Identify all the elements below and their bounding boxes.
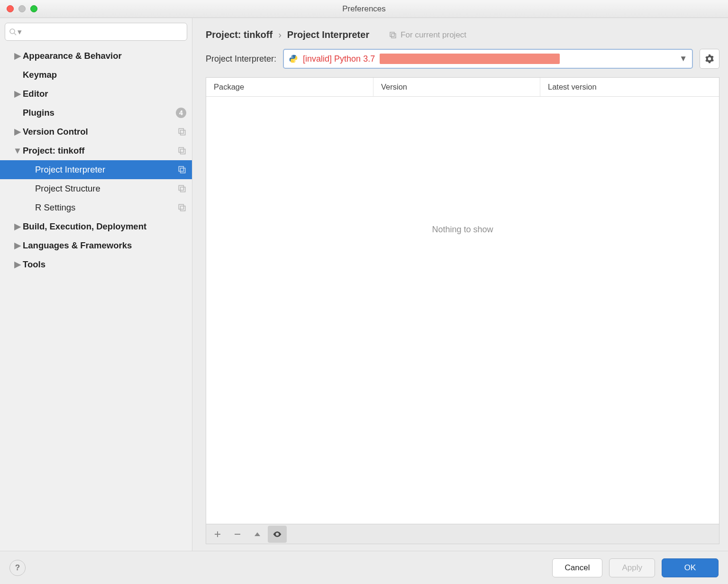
apply-button: Apply — [609, 558, 655, 577]
packages-table: Package Version Latest version Nothing t… — [206, 77, 719, 544]
sidebar-item-appearance-behavior[interactable]: ▶Appearance & Behavior — [0, 46, 192, 65]
plus-icon — [214, 530, 221, 538]
add-package-button[interactable] — [208, 526, 227, 543]
window-title: Preferences — [0, 4, 728, 14]
cancel-button[interactable]: Cancel — [552, 558, 603, 577]
sidebar-item-plugins[interactable]: Plugins 4 — [0, 103, 192, 122]
sidebar-item-project-tinkoff[interactable]: ▼Project: tinkoff — [0, 141, 192, 160]
minus-icon — [234, 530, 241, 538]
chevron-right-icon: › — [278, 29, 282, 40]
interpreter-settings-button[interactable] — [700, 49, 719, 69]
sidebar-item-tools[interactable]: ▶Tools — [0, 255, 192, 274]
svg-rect-4 — [179, 147, 183, 152]
sidebar-item-r-settings[interactable]: R Settings — [0, 198, 192, 217]
interpreter-path-redacted — [380, 54, 560, 64]
scope-icon — [178, 184, 186, 193]
search-icon — [9, 28, 17, 36]
eye-icon — [273, 529, 282, 539]
ok-button[interactable]: OK — [662, 558, 719, 577]
scope-icon — [178, 203, 186, 212]
svg-point-0 — [10, 29, 15, 34]
search-input[interactable]: ▾ — [5, 23, 187, 41]
svg-rect-11 — [181, 206, 185, 211]
svg-rect-9 — [181, 187, 185, 192]
col-version[interactable]: Version — [373, 78, 540, 96]
gear-icon — [705, 54, 714, 64]
show-early-releases-button[interactable] — [268, 526, 287, 543]
col-latest[interactable]: Latest version — [540, 78, 719, 96]
sidebar-item-project-structure[interactable]: Project Structure — [0, 179, 192, 198]
triangle-up-icon — [254, 531, 261, 538]
sidebar-item-build-execution-deployment[interactable]: ▶Build, Execution, Deployment — [0, 217, 192, 236]
upgrade-package-button[interactable] — [248, 526, 267, 543]
sidebar: ▾ ▶Appearance & Behavior Keymap ▶Editor … — [0, 18, 192, 551]
interpreter-value: [invalid] Python 3.7 — [303, 54, 375, 64]
breadcrumb-leaf: Project Interpreter — [287, 29, 369, 40]
sidebar-item-project-interpreter[interactable]: Project Interpreter — [0, 160, 192, 179]
table-body-empty: Nothing to show — [206, 97, 719, 524]
remove-package-button[interactable] — [228, 526, 247, 543]
titlebar: Preferences — [0, 0, 728, 18]
col-package[interactable]: Package — [206, 78, 373, 96]
python-icon — [289, 54, 298, 64]
scope-icon — [178, 128, 186, 136]
help-button[interactable]: ? — [9, 560, 26, 576]
svg-point-15 — [294, 61, 295, 62]
svg-line-1 — [14, 33, 16, 35]
scope-icon — [178, 146, 186, 155]
table-header: Package Version Latest version — [206, 78, 719, 97]
svg-rect-7 — [181, 168, 185, 173]
svg-rect-12 — [390, 32, 394, 36]
svg-rect-8 — [179, 185, 183, 190]
plugins-badge: 4 — [176, 108, 186, 118]
main-panel: Project: tinkoff › Project Interpreter F… — [192, 18, 728, 551]
breadcrumb: Project: tinkoff › Project Interpreter F… — [206, 26, 719, 49]
settings-tree: ▶Appearance & Behavior Keymap ▶Editor Pl… — [0, 44, 192, 551]
sidebar-item-languages-frameworks[interactable]: ▶Languages & Frameworks — [0, 236, 192, 255]
scope-hint: For current project — [389, 30, 466, 40]
svg-rect-2 — [179, 128, 183, 133]
dialog-footer: ? Cancel Apply OK — [0, 551, 728, 584]
sidebar-item-editor[interactable]: ▶Editor — [0, 84, 192, 103]
chevron-down-icon: ▼ — [679, 54, 687, 64]
svg-rect-10 — [179, 204, 183, 209]
svg-rect-6 — [179, 166, 183, 171]
breadcrumb-root[interactable]: Project: tinkoff — [206, 29, 273, 40]
svg-rect-13 — [391, 34, 396, 38]
svg-point-16 — [276, 533, 278, 535]
question-icon: ? — [15, 563, 20, 573]
scope-icon — [178, 165, 186, 174]
svg-point-14 — [292, 55, 293, 56]
interpreter-label: Project Interpreter: — [206, 54, 276, 64]
sidebar-item-version-control[interactable]: ▶Version Control — [0, 122, 192, 141]
svg-rect-5 — [181, 149, 185, 154]
sidebar-item-keymap[interactable]: Keymap — [0, 65, 192, 84]
interpreter-select[interactable]: [invalid] Python 3.7 ▼ — [283, 49, 693, 69]
scope-icon — [389, 31, 397, 39]
table-toolbar — [206, 524, 719, 544]
svg-rect-3 — [181, 130, 185, 135]
